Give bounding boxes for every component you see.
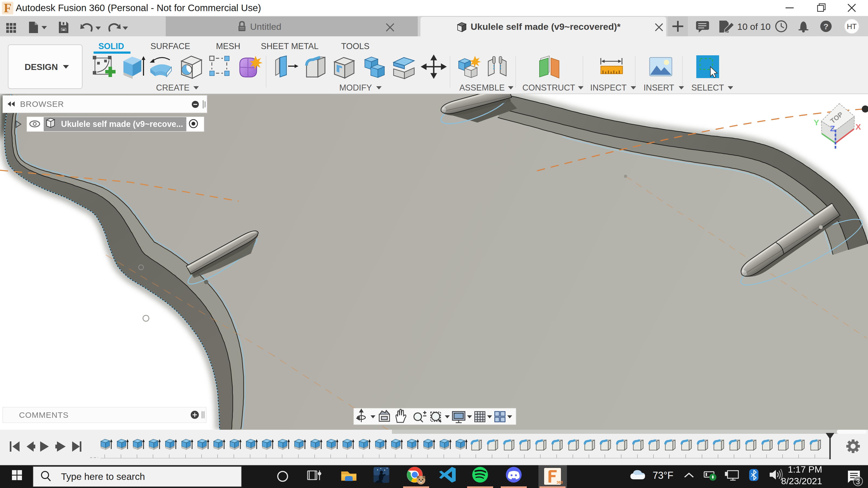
svg-text:CONSTRUCT: CONSTRUCT xyxy=(522,83,575,93)
svg-text:SURFACE: SURFACE xyxy=(151,41,190,51)
svg-text:Ukulele self made (v9~recovere: Ukulele self made (v9~recovered)* xyxy=(471,22,621,32)
svg-text:CREATE: CREATE xyxy=(156,83,189,93)
svg-text:10 of 10: 10 of 10 xyxy=(737,22,771,32)
svg-text:8/23/2021: 8/23/2021 xyxy=(781,476,822,486)
svg-text:Untitled: Untitled xyxy=(250,22,281,32)
svg-text:HT: HT xyxy=(847,23,857,31)
svg-text:1:17 PM: 1:17 PM xyxy=(788,464,822,475)
svg-text:360: 360 xyxy=(557,480,563,485)
svg-text:MESH: MESH xyxy=(216,41,240,51)
svg-text:F: F xyxy=(4,1,11,15)
svg-text:SHEET METAL: SHEET METAL xyxy=(261,41,318,51)
svg-text:MODIFY: MODIFY xyxy=(339,83,372,93)
svg-text:?: ? xyxy=(824,22,828,31)
svg-text:COMMENTS: COMMENTS xyxy=(19,411,69,419)
svg-text:ASSEMBLE: ASSEMBLE xyxy=(459,83,504,93)
svg-text:Z: Z xyxy=(830,124,835,133)
svg-text:Y: Y xyxy=(814,118,819,127)
svg-text:BROWSER: BROWSER xyxy=(20,99,64,108)
svg-text:INSERT: INSERT xyxy=(643,83,674,93)
svg-text:X: X xyxy=(856,122,861,131)
svg-text:Type here to search: Type here to search xyxy=(61,471,145,482)
svg-text:DESIGN: DESIGN xyxy=(25,62,58,72)
svg-text:73°F: 73°F xyxy=(653,470,673,481)
svg-text:3: 3 xyxy=(856,478,860,486)
svg-text:TOOLS: TOOLS xyxy=(341,41,370,51)
svg-text:SELECT: SELECT xyxy=(691,83,724,93)
svg-text:Autodesk Fusion 360 (Personal: Autodesk Fusion 360 (Personal - Not for … xyxy=(16,2,261,13)
svg-text:SOLID: SOLID xyxy=(98,41,124,51)
svg-text:INSPECT: INSPECT xyxy=(590,83,627,93)
svg-text:Ukulele self made (v9~recove..: Ukulele self made (v9~recove... xyxy=(61,119,183,129)
